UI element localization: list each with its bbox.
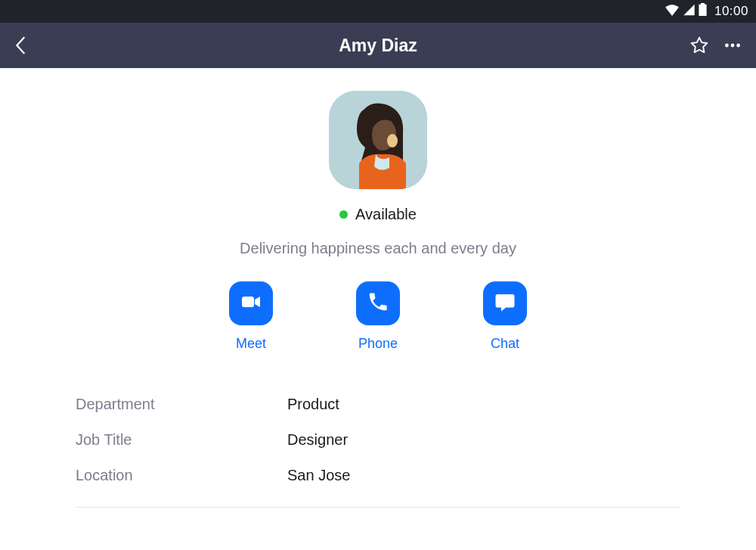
phone-button[interactable]: Phone <box>356 281 400 352</box>
department-label: Department <box>76 396 287 413</box>
phone-icon <box>367 291 389 316</box>
wifi-icon <box>665 4 680 20</box>
status-message: Delivering happiness each and every day <box>0 240 756 257</box>
battery-icon <box>699 3 707 20</box>
detail-row-department: Department Product <box>76 387 680 422</box>
presence-label: Available <box>355 206 417 223</box>
cellular-icon <box>683 4 696 20</box>
svg-point-2 <box>736 44 740 48</box>
department-value: Product <box>287 396 339 413</box>
android-status-bar: 10:00 <box>0 0 756 23</box>
back-button[interactable] <box>14 36 27 55</box>
job-title-value: Designer <box>287 431 348 449</box>
presence-dot-icon <box>339 210 348 219</box>
location-label: Location <box>76 467 287 484</box>
clock: 10:00 <box>714 4 748 19</box>
location-value: San Jose <box>287 467 350 484</box>
avatar[interactable] <box>329 91 427 189</box>
svg-point-4 <box>387 134 398 148</box>
phone-label: Phone <box>358 336 398 352</box>
detail-row-location: Location San Jose <box>76 458 680 493</box>
chat-icon <box>494 291 516 316</box>
svg-point-0 <box>725 44 729 48</box>
title-bar: Amy Diaz <box>0 23 756 68</box>
chat-label: Chat <box>491 336 519 352</box>
meet-button[interactable]: Meet <box>229 281 273 352</box>
video-icon <box>239 290 263 317</box>
favorite-button[interactable] <box>689 36 709 55</box>
action-row: Meet Phone Chat <box>0 281 756 352</box>
detail-row-job-title: Job Title Designer <box>76 422 680 458</box>
profile-content: Available Delivering happiness each and … <box>0 68 756 508</box>
chat-button[interactable]: Chat <box>483 281 527 352</box>
more-button[interactable] <box>723 36 742 55</box>
presence-status: Available <box>0 206 756 223</box>
job-title-label: Job Title <box>76 431 287 449</box>
page-title: Amy Diaz <box>0 36 756 56</box>
svg-point-1 <box>731 44 735 48</box>
profile-details: Department Product Job Title Designer Lo… <box>76 387 680 508</box>
svg-rect-5 <box>242 297 254 307</box>
meet-label: Meet <box>236 336 266 352</box>
